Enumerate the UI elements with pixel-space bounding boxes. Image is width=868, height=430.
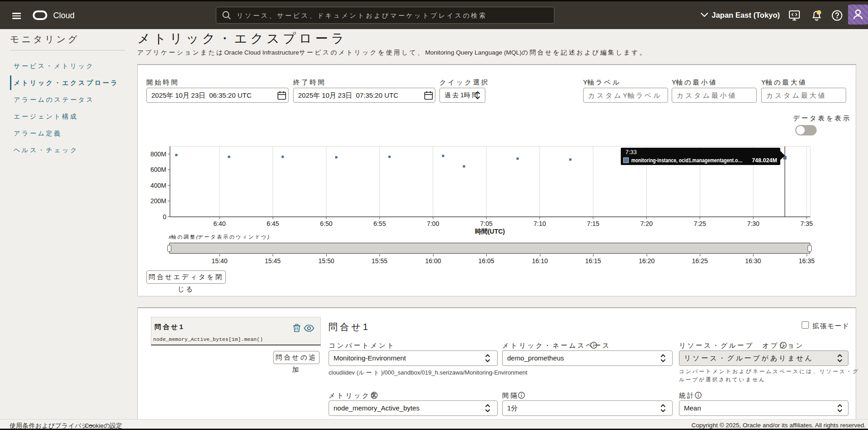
svg-text:7:30: 7:30	[747, 220, 759, 227]
svg-text:400M: 400M	[150, 182, 166, 189]
svg-text:monitoring-instance, ocid1.man: monitoring-instance, ocid1.managementage…	[631, 157, 743, 164]
svg-text:時間(UTC): 時間(UTC)	[475, 228, 505, 235]
svg-text:7:10: 7:10	[534, 220, 546, 227]
svg-text:7:05: 7:05	[480, 220, 493, 227]
svg-text:748.024M: 748.024M	[752, 157, 777, 164]
svg-text:200M: 200M	[150, 197, 166, 205]
svg-text:6:40: 6:40	[213, 220, 225, 227]
svg-text:800M: 800M	[150, 150, 166, 158]
svg-text:6:55: 6:55	[374, 220, 386, 227]
svg-text:0: 0	[163, 213, 166, 220]
svg-text:7:15: 7:15	[587, 220, 599, 227]
svg-text:7:25: 7:25	[693, 220, 706, 227]
svg-text:6:50: 6:50	[320, 220, 332, 227]
svg-text:7:35: 7:35	[800, 220, 813, 227]
svg-text:6:45: 6:45	[267, 220, 279, 227]
svg-text:7:00: 7:00	[427, 220, 439, 227]
svg-text:7:33: 7:33	[625, 149, 637, 155]
svg-text:600M: 600M	[150, 166, 166, 173]
svg-text:7:20: 7:20	[640, 220, 653, 227]
